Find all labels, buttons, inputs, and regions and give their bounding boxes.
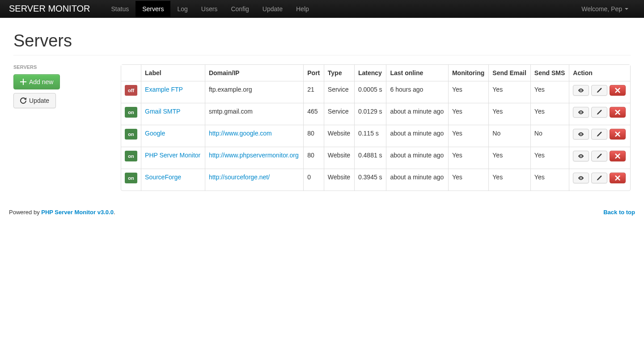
latency-cell: 0.0005 s	[354, 81, 386, 103]
latency-cell: 0.0129 s	[354, 103, 386, 125]
close-icon	[614, 153, 621, 159]
edit-button[interactable]	[591, 107, 607, 118]
monitoring-cell: Yes	[448, 125, 488, 147]
th-port: Port	[303, 65, 324, 81]
table-header-row: Label Domain/IP Port Type Latency Last o…	[121, 65, 630, 81]
monitoring-cell: Yes	[448, 81, 488, 103]
server-label-link[interactable]: SourceForge	[145, 174, 181, 181]
user-menu-label: Welcome, Pep	[581, 5, 622, 13]
delete-button[interactable]	[610, 107, 626, 118]
monitoring-cell: Yes	[448, 103, 488, 125]
domain-link[interactable]: http://www.google.com	[209, 130, 272, 137]
status-badge: off	[125, 85, 137, 96]
brand[interactable]: SERVER MONITOR	[9, 0, 99, 18]
table-row: onGmail SMTPsmtp.gmail.com465Service0.01…	[121, 103, 630, 125]
eye-icon	[578, 87, 584, 93]
th-action: Action	[569, 65, 630, 81]
send-sms-cell: Yes	[530, 103, 569, 125]
send-sms-cell: No	[530, 125, 569, 147]
nav-help[interactable]: Help	[289, 1, 316, 17]
eye-icon	[578, 153, 584, 159]
send-email-cell: Yes	[488, 103, 530, 125]
nav-update[interactable]: Update	[256, 1, 289, 17]
eye-icon	[578, 109, 584, 115]
monitoring-cell: Yes	[448, 169, 488, 191]
user-menu[interactable]: Welcome, Pep	[575, 1, 635, 17]
delete-button[interactable]	[610, 151, 626, 161]
nav: Status Servers Log Users Config Update H…	[105, 1, 575, 17]
send-email-cell: Yes	[488, 81, 530, 103]
view-button[interactable]	[573, 129, 589, 140]
server-label-link[interactable]: Gmail SMTP	[145, 108, 180, 115]
add-new-button[interactable]: Add new	[13, 74, 60, 89]
footer-left: Powered by PHP Server Monitor v3.0.0.	[9, 209, 115, 216]
nav-config[interactable]: Config	[224, 1, 255, 17]
nav-right: Welcome, Pep	[575, 1, 635, 17]
port-cell: 465	[303, 103, 324, 125]
update-button[interactable]: Update	[13, 93, 56, 108]
product-link[interactable]: PHP Server Monitor v3.0.0	[41, 209, 114, 216]
nav-users[interactable]: Users	[195, 1, 225, 17]
view-button[interactable]	[573, 151, 589, 161]
chevron-down-icon	[625, 8, 628, 10]
navbar: SERVER MONITOR Status Servers Log Users …	[0, 0, 644, 18]
pencil-icon	[596, 87, 602, 93]
status-badge: on	[125, 151, 137, 161]
pencil-icon	[596, 153, 602, 159]
last-online-cell: about a minute ago	[386, 147, 448, 169]
send-email-cell: No	[488, 125, 530, 147]
th-latency: Latency	[354, 65, 386, 81]
sidebar: SERVERS Add new Update	[13, 64, 112, 191]
view-button[interactable]	[573, 107, 589, 118]
last-online-cell: about a minute ago	[386, 103, 448, 125]
refresh-icon	[20, 97, 26, 104]
domain-link[interactable]: http://www.phpservermonitor.org	[209, 152, 299, 159]
nav-log[interactable]: Log	[170, 1, 194, 17]
latency-cell: 0.115 s	[354, 125, 386, 147]
table-row: onGooglehttp://www.google.com80Website0.…	[121, 125, 630, 147]
type-cell: Website	[324, 169, 354, 191]
server-label-link[interactable]: Example FTP	[145, 86, 183, 93]
send-sms-cell: Yes	[530, 147, 569, 169]
table-row: onSourceForgehttp://sourceforge.net/0Web…	[121, 169, 630, 191]
nav-servers[interactable]: Servers	[136, 1, 170, 17]
th-monitoring: Monitoring	[448, 65, 488, 81]
edit-button[interactable]	[591, 151, 607, 161]
th-status	[121, 65, 141, 81]
view-button[interactable]	[573, 173, 589, 183]
domain-text: smtp.gmail.com	[209, 108, 253, 115]
server-label-link[interactable]: Google	[145, 130, 165, 137]
view-button[interactable]	[573, 85, 589, 96]
th-send-sms: Send SMS	[530, 65, 569, 81]
edit-button[interactable]	[591, 129, 607, 140]
latency-cell: 0.3945 s	[354, 169, 386, 191]
nav-status[interactable]: Status	[105, 1, 136, 17]
server-label-link[interactable]: PHP Server Monitor	[145, 152, 200, 159]
th-type: Type	[324, 65, 354, 81]
delete-button[interactable]	[610, 85, 626, 96]
table-row: onPHP Server Monitorhttp://www.phpserver…	[121, 147, 630, 169]
last-online-cell: about a minute ago	[386, 169, 448, 191]
domain-link[interactable]: http://sourceforge.net/	[209, 174, 270, 181]
monitoring-cell: Yes	[448, 147, 488, 169]
edit-button[interactable]	[591, 173, 607, 183]
status-badge: on	[125, 173, 137, 183]
send-email-cell: Yes	[488, 169, 530, 191]
type-cell: Service	[324, 103, 354, 125]
edit-button[interactable]	[591, 85, 607, 96]
delete-button[interactable]	[610, 129, 626, 140]
domain-text: ftp.example.org	[209, 86, 252, 93]
pencil-icon	[596, 175, 602, 181]
powered-by-text: Powered by	[9, 209, 41, 216]
th-last-online: Last online	[386, 65, 448, 81]
table-row: offExample FTPftp.example.org21Service0.…	[121, 81, 630, 103]
th-send-email: Send Email	[488, 65, 530, 81]
th-label: Label	[141, 65, 205, 81]
add-new-label: Add new	[29, 77, 53, 86]
back-to-top-link[interactable]: Back to top	[603, 209, 635, 216]
delete-button[interactable]	[610, 173, 626, 183]
port-cell: 80	[303, 125, 324, 147]
pencil-icon	[596, 131, 602, 137]
footer: Powered by PHP Server Monitor v3.0.0. Ba…	[0, 209, 644, 229]
latency-cell: 0.4881 s	[354, 147, 386, 169]
